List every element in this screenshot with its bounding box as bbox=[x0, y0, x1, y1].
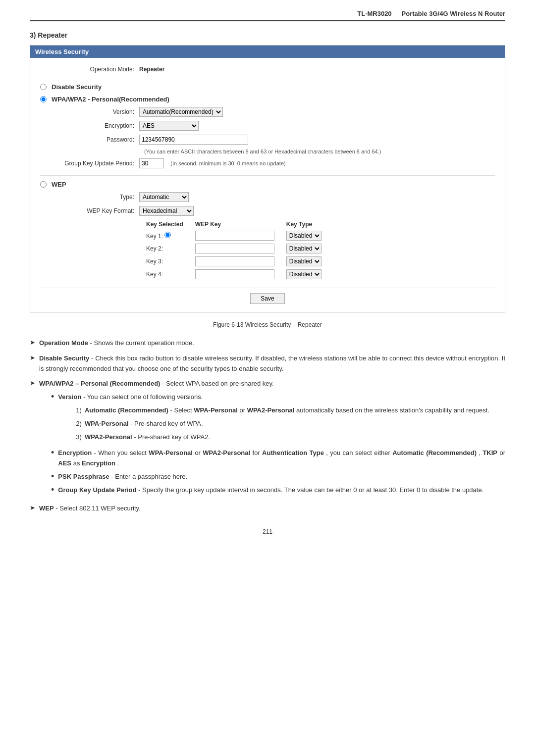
enc-bold5: TKIP bbox=[482, 449, 497, 456]
encryption-row: Encryption: AES TKIP Automatic bbox=[40, 121, 495, 131]
wep-key-2-type-cell: Disabled 64bit 128bit 152bit bbox=[284, 242, 331, 255]
numbered-item-1: 1) Automatic (Recommended) - Select WPA-… bbox=[76, 405, 489, 416]
version-row: Version: Automatic(Recommended) WPA-Pers… bbox=[40, 107, 495, 117]
wep-col-key: WEP Key bbox=[193, 220, 284, 229]
wep-col-type: Key Type bbox=[284, 220, 331, 229]
arrow-icon-1: ➤ bbox=[30, 339, 35, 346]
enc-bold2: WPA2-Personal bbox=[203, 449, 250, 456]
enc-mid2: for bbox=[253, 449, 263, 456]
numbered-1-sep: - Select bbox=[170, 406, 194, 414]
bullet-3-term: WPA/WPA2 – Personal (Recommended) bbox=[39, 380, 160, 387]
enc-bold4: Automatic (Recommended) bbox=[392, 449, 477, 456]
encryption-select[interactable]: AES TKIP Automatic bbox=[139, 121, 199, 131]
group-key-value: (In second, minimum is 30, 0 means no up… bbox=[139, 158, 286, 168]
wpa-section-label: WPA/WPA2 - Personal(Recommended) bbox=[52, 96, 169, 103]
bullet-dot-version: • bbox=[51, 392, 54, 401]
save-button[interactable]: Save bbox=[250, 293, 284, 304]
num-3: 3) bbox=[76, 432, 82, 443]
wpa-sub-bullets: • Version - You can select one of follow… bbox=[51, 392, 505, 495]
section-title: Repeater bbox=[38, 31, 67, 39]
sub-groupkey-term: Group Key Update Period bbox=[58, 486, 136, 494]
encryption-value: AES TKIP Automatic bbox=[139, 121, 199, 131]
bullet-2-sep: - bbox=[91, 354, 95, 362]
wep-key-row-3: Key 3: Disabled 64bit 128bit 152bit bbox=[144, 255, 331, 268]
wep-key-format-select[interactable]: Hexadecimal ASCII bbox=[139, 206, 194, 216]
wep-key-format-row: WEP Key Format: Hexadecimal ASCII bbox=[40, 206, 495, 216]
wep-radio[interactable] bbox=[40, 181, 47, 188]
arrow-icon-3: ➤ bbox=[30, 379, 35, 387]
figure-caption: Figure 6-13 Wireless Security – Repeater bbox=[30, 321, 505, 328]
bullet-dot-psk: • bbox=[51, 472, 54, 481]
sub-bullet-psk: • PSK Passphrase - Enter a passphrase he… bbox=[51, 472, 505, 482]
wep-type-value: Automatic Open System Shared Key bbox=[139, 192, 189, 202]
sub-encryption-content: Encryption - When you select WPA-Persona… bbox=[58, 448, 505, 469]
wep-key-1-type-select[interactable]: Disabled 64bit 128bit 152bit bbox=[286, 231, 321, 241]
bullet-wep: ➤ WEP - Select 802.11 WEP security. bbox=[30, 504, 505, 514]
password-note: (You can enter ASCII characters between … bbox=[144, 149, 381, 154]
bullet-2-content: Disable Security - Check this box radio … bbox=[39, 353, 505, 374]
group-key-input[interactable] bbox=[139, 158, 164, 168]
numbered-item-3: 3) WPA2-Personal - Pre-shared key of WPA… bbox=[76, 432, 489, 443]
sub-groupkey-text: - Specify the group key update interval … bbox=[138, 486, 483, 494]
password-row: Password: bbox=[40, 135, 495, 145]
enc-end: . bbox=[117, 459, 119, 467]
wep-key-row-1: Key 1: Disabled 64bit 128bit 152bit bbox=[144, 229, 331, 243]
wep-type-select[interactable]: Automatic Open System Shared Key bbox=[139, 192, 189, 202]
wpa-section: WPA/WPA2 - Personal(Recommended) bbox=[40, 96, 495, 103]
numbered-1-mid: or bbox=[239, 406, 247, 414]
enc-rest: as bbox=[73, 459, 82, 467]
wep-key-2-type-select[interactable]: Disabled 64bit 128bit 152bit bbox=[286, 244, 321, 253]
arrow-icon-2: ➤ bbox=[30, 354, 35, 361]
wep-key-3-input-cell bbox=[193, 255, 284, 268]
bullet-1-sep: - bbox=[90, 339, 94, 347]
enc-mid3: , you can select either bbox=[326, 449, 392, 456]
wep-key-1-input[interactable] bbox=[195, 231, 274, 241]
sub-version-sep: - You can select one of following versio… bbox=[83, 393, 203, 401]
wep-key-row-4: Key 4: Disabled 64bit 128bit 152bit bbox=[144, 268, 331, 281]
enc-bold3: Authentication Type bbox=[262, 449, 324, 456]
sub-version-content: Version - You can select one of followin… bbox=[58, 392, 489, 445]
bullet-3-content: WPA/WPA2 – Personal (Recommended) - Sele… bbox=[39, 379, 505, 498]
wep-key-2-input[interactable] bbox=[195, 244, 274, 253]
wep-key-4-type-select[interactable]: Disabled 64bit 128bit 152bit bbox=[286, 269, 321, 279]
bullet-1-term: Operation Mode bbox=[39, 339, 88, 347]
wep-key-3-input[interactable] bbox=[195, 256, 274, 266]
sub-encryption-text: - When you select bbox=[94, 449, 149, 456]
wep-col-selected: Key Selected bbox=[144, 220, 193, 229]
wep-key-format-label: WEP Key Format: bbox=[40, 207, 139, 214]
operation-mode-row: Operation Mode: Repeater bbox=[40, 66, 495, 73]
bullet-2-text: Check this box radio button to disable w… bbox=[39, 354, 505, 372]
sub-groupkey-content: Group Key Update Period - Specify the gr… bbox=[58, 485, 483, 496]
numbered-2-bold: WPA-Personal bbox=[85, 420, 129, 427]
bullet-wpa: ➤ WPA/WPA2 – Personal (Recommended) - Se… bbox=[30, 379, 505, 498]
wireless-security-panel: Wireless Security Operation Mode: Repeat… bbox=[30, 45, 505, 312]
bullet-disable-security: ➤ Disable Security - Check this box radi… bbox=[30, 353, 505, 374]
version-value: Automatic(Recommended) WPA-Personal WPA2… bbox=[139, 107, 223, 117]
sub-psk-content: PSK Passphrase - Enter a passphrase here… bbox=[58, 472, 187, 482]
version-select[interactable]: Automatic(Recommended) WPA-Personal WPA2… bbox=[139, 107, 223, 117]
group-key-note: (In second, minimum is 30, 0 means no up… bbox=[170, 160, 285, 166]
wep-key-3-type-select[interactable]: Disabled 64bit 128bit 152bit bbox=[286, 256, 321, 266]
save-row: Save bbox=[40, 288, 495, 304]
model-name: TL-MR3020 bbox=[357, 10, 391, 17]
sub-psk-term: PSK Passphrase bbox=[58, 473, 109, 480]
wep-key-4-input-cell bbox=[193, 268, 284, 281]
wep-key-2-input-cell bbox=[193, 242, 284, 255]
wep-section: WEP bbox=[40, 181, 495, 188]
bullet-1-text: Shows the current operation mode. bbox=[94, 339, 194, 347]
wep-key-format-value: Hexadecimal ASCII bbox=[139, 206, 194, 216]
wep-key-table: Key Selected WEP Key Key Type Key 1: Dis… bbox=[144, 220, 331, 281]
wep-key-1-type-cell: Disabled 64bit 128bit 152bit bbox=[284, 229, 331, 243]
wep-key-1-radio[interactable] bbox=[164, 232, 171, 238]
enc-bold7: Encryption bbox=[82, 459, 115, 467]
wep-key-4-label: Key 4: bbox=[144, 268, 193, 281]
panel-body: Operation Mode: Repeater Disable Securit… bbox=[30, 58, 505, 312]
disable-security-radio[interactable] bbox=[40, 84, 47, 90]
wpa-radio[interactable] bbox=[40, 96, 47, 102]
enc-mid1: or bbox=[195, 449, 203, 456]
section-heading: 3) Repeater bbox=[30, 31, 505, 39]
password-input[interactable] bbox=[139, 135, 248, 145]
wep-key-4-input[interactable] bbox=[195, 269, 274, 279]
numbered-3-bold: WPA2-Personal bbox=[85, 433, 132, 441]
bullet-dot-encryption: • bbox=[51, 448, 54, 457]
